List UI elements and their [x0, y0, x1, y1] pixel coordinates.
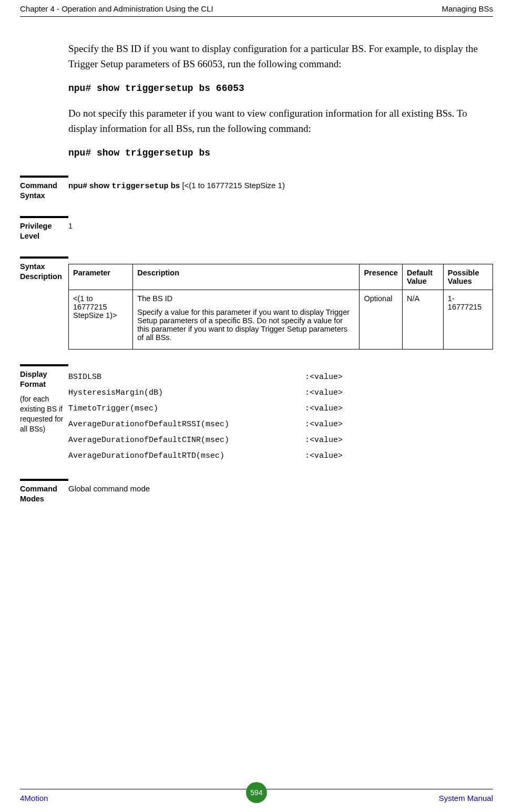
cell-description: The BS ID Specify a value for this param… [133, 290, 360, 349]
footer-left: 4Motion [20, 794, 48, 803]
th-default: Default Value [402, 264, 443, 290]
df-line-4: AverageDurationofDefaultCINR(msec) :<val… [68, 436, 343, 445]
command-modes-section: Command Modes Global command mode [20, 479, 493, 505]
th-description: Description [133, 264, 360, 290]
df-line-5: AverageDurationofDefaultRTD(msec) :<valu… [68, 451, 343, 460]
privilege-level-value: 1 [68, 216, 493, 242]
intro-paragraph-1: Specify the BS ID if you want to display… [68, 41, 493, 72]
display-format-section: Display Format (for each existing BS if … [20, 364, 493, 464]
page-header: Chapter 4 - Operation and Administration… [20, 4, 493, 17]
header-right: Managing BSs [442, 4, 493, 13]
syntax-description-section: Syntax Description Parameter Description… [20, 256, 493, 350]
page-number: 594 [246, 782, 267, 803]
display-format-label: Display Format (for each existing BS if … [20, 364, 68, 464]
syntax-description-content: Parameter Description Presence Default V… [68, 256, 493, 350]
command-example-2: npu# show triggersetup bs [68, 146, 493, 161]
header-left: Chapter 4 - Operation and Administration… [20, 4, 213, 13]
table-row: <(1 to 16777215 StepSize 1)> The BS ID S… [69, 290, 493, 349]
syntax-prefix: npu# show [68, 181, 112, 190]
cell-presence: Optional [360, 290, 403, 349]
cell-default: N/A [402, 290, 443, 349]
syntax-description-label: Syntax Description [20, 256, 68, 350]
command-syntax-content: npu# show triggersetup bs [<(1 to 167772… [68, 176, 493, 201]
command-syntax-section: Command Syntax npu# show triggersetup bs… [20, 176, 493, 201]
th-possible: Possible Values [443, 264, 493, 290]
page-footer: 4Motion 594 System Manual [20, 789, 493, 803]
th-parameter: Parameter [69, 264, 133, 290]
df-line-2: TimetoTrigger(msec) :<value> [68, 404, 343, 413]
footer-right: System Manual [439, 794, 493, 803]
display-format-label-text: Display Format [20, 370, 47, 389]
df-line-0: BSIDLSB :<value> [68, 373, 343, 382]
command-modes-label: Command Modes [20, 479, 68, 505]
syntax-bs: bs [169, 181, 182, 190]
table-header-row: Parameter Description Presence Default V… [69, 264, 493, 290]
parameter-table: Parameter Description Presence Default V… [68, 264, 493, 350]
intro-paragraph-2: Do not specify this parameter if you wan… [68, 106, 493, 137]
df-line-1: HysteresisMargin(dB) :<value> [68, 388, 343, 397]
cell-possible: 1-16777215 [443, 290, 493, 349]
cell-parameter: <(1 to 16777215 StepSize 1)> [69, 290, 133, 349]
syntax-bold: triggersetup [112, 182, 169, 191]
th-presence: Presence [360, 264, 403, 290]
intro-body: Specify the BS ID if you want to display… [68, 41, 493, 161]
display-format-content: BSIDLSB :<value> HysteresisMargin(dB) :<… [68, 364, 493, 464]
command-syntax-label: Command Syntax [20, 176, 68, 201]
syntax-suffix: [<(1 to 16777215 StepSize 1) [182, 181, 285, 190]
display-format-sublabel: (for each existing BS if requested for a… [20, 394, 65, 434]
desc-line2: Specify a value for this parameter if yo… [137, 308, 355, 342]
command-example-1: npu# show triggersetup bs 66053 [68, 81, 493, 96]
privilege-level-label: Privilege Level [20, 216, 68, 242]
df-line-3: AverageDurationofDefaultRSSI(msec) :<val… [68, 420, 343, 429]
desc-line1: The BS ID [137, 294, 355, 303]
command-modes-value: Global command mode [68, 479, 493, 505]
privilege-level-section: Privilege Level 1 [20, 216, 493, 242]
